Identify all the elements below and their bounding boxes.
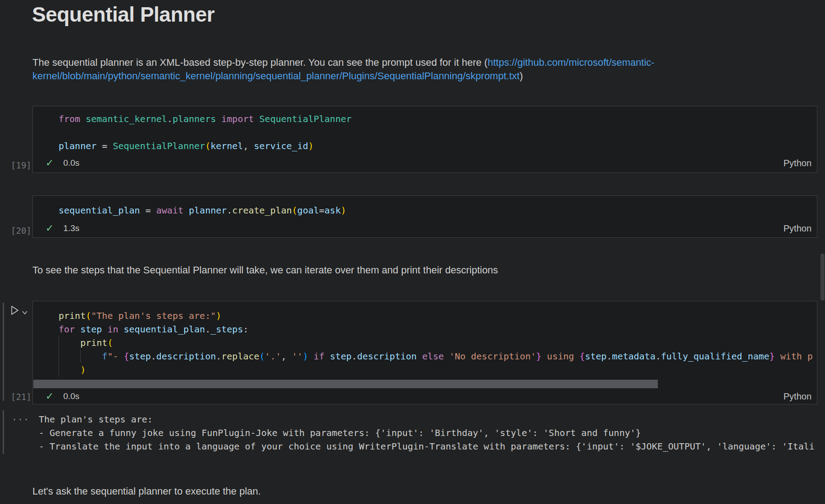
code-line: sequential_plan = await planner.create_p… [59,204,817,217]
output-line: - Translate the input into a language of… [39,440,825,453]
cell-language-picker[interactable]: Python [784,223,811,234]
code-editor[interactable]: from semantic_kernel.planners import Seq… [33,106,817,153]
cell-status-bar: ✓ 0.0s Python [33,154,817,173]
page-title: Sequential Planner [32,2,214,27]
code-cell-21[interactable]: print("The plan's steps are:")for step i… [32,301,817,404]
execution-count-21: [21] [11,392,32,403]
output-line: - Generate a funny joke using FunPlugin-… [39,426,825,440]
intro-text-close: ) [520,70,523,82]
code-line: print( [59,336,817,350]
code-line: planner = SequentialPlanner(kernel, serv… [59,139,817,153]
code-line: f"- {step.description.replace('.', '') i… [59,350,817,363]
code-line: from semantic_kernel.planners import Seq… [59,112,817,126]
cell-language-picker[interactable]: Python [784,158,811,168]
success-check-icon: ✓ [46,391,54,401]
horizontal-scrollbar[interactable] [33,380,658,388]
execution-duration: 1.3s [63,223,79,233]
more-actions-icon[interactable]: ··· [12,414,29,425]
output-line: The plan's steps are: [39,413,825,426]
success-check-icon: ✓ [46,223,54,233]
intro-text: The sequential planner is an XML-based s… [32,57,488,68]
run-cell-button[interactable] [9,304,20,316]
markdown-paragraph-execute: Let's ask the sequential planner to exec… [32,485,820,498]
markdown-paragraph-steps: To see the steps that the Sequential Pla… [32,263,820,277]
execution-duration: 0.0s [63,158,79,168]
execution-count-19: [19] [11,160,32,171]
code-cell-19[interactable]: from semantic_kernel.planners import Seq… [32,106,817,173]
cell-language-picker[interactable]: Python [784,391,811,402]
code-line: ) [59,363,817,377]
window-scrollbar[interactable] [820,254,825,300]
markdown-paragraph-intro: The sequential planner is an XML-based s… [32,56,820,83]
cell-status-bar: ✓ 1.3s Python [33,219,817,237]
indent-guide [59,336,59,377]
output-focus-bar[interactable] [3,410,4,454]
chevron-down-icon[interactable] [22,309,28,314]
success-check-icon: ✓ [46,158,54,168]
cell-output: The plan's steps are:- Generate a funny … [39,413,825,453]
code-line [59,126,817,139]
execution-duration: 0.0s [63,391,79,401]
code-cell-20[interactable]: sequential_plan = await planner.create_p… [32,195,817,238]
code-editor[interactable]: sequential_plan = await planner.create_p… [33,196,817,217]
code-editor[interactable]: print("The plan's steps are:")for step i… [33,301,817,377]
indent-guide [80,350,81,363]
code-line: print("The plan's steps are:") [59,309,817,322]
code-line: for step in sequential_plan._steps: [59,322,817,336]
execution-count-20: [20] [11,226,32,236]
cell-status-bar: ✓ 0.0s Python [33,389,817,404]
cell-focus-bar[interactable] [3,303,4,401]
